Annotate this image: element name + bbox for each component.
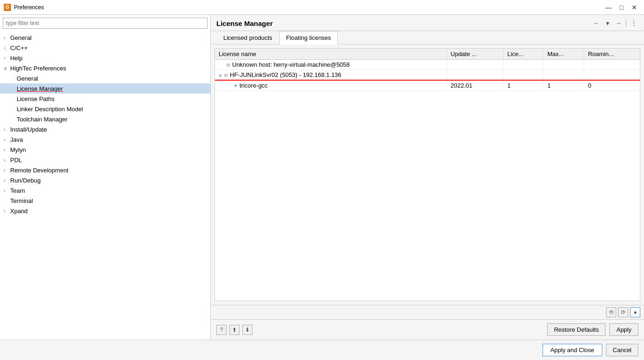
cancel-button[interactable]: Cancel	[606, 344, 638, 356]
refresh-back-button[interactable]: ⟲	[606, 307, 616, 317]
cell-name-0: ⊖Unknown host: herry-virtual-machine@505…	[215, 60, 447, 70]
table-row-2[interactable]: ✦tricore-gcc2022.01110	[215, 80, 640, 91]
nav-label-license-manager: License Manager	[17, 85, 63, 92]
back-button[interactable]: ←	[592, 19, 601, 28]
panel-title: License Manager	[216, 19, 592, 30]
nav-label-hightec: HighTec Preferences	[10, 65, 66, 72]
app-icon: G	[4, 4, 11, 11]
row-icon-0: ⊖	[226, 62, 230, 68]
nav-item-install-update[interactable]: ›Install/Update	[0, 124, 210, 134]
bottom-left-icons: ? ⬆ ⬇	[216, 325, 253, 335]
nav-label-license-paths: License Paths	[17, 95, 55, 102]
cell-max-2: 1	[543, 80, 584, 91]
nav-arrow-hightec: ∨	[4, 66, 10, 71]
close-button[interactable]: ✕	[628, 2, 640, 13]
nav-label-cpp: C/C++	[10, 44, 28, 51]
nav-item-hightec-general[interactable]: General	[0, 73, 210, 83]
table-row-1[interactable]: ∨⊖HF-JUNLinkSvr02 (5053) - 192.168.1.136	[215, 70, 640, 81]
nav-tree: ›General›C/C++›Help∨HighTec PreferencesG…	[0, 32, 210, 340]
col-header-license-name: License name	[215, 49, 447, 60]
table-row-0[interactable]: ⊖Unknown host: herry-virtual-machine@505…	[215, 60, 640, 70]
nav-item-license-paths[interactable]: License Paths	[0, 94, 210, 104]
apply-and-close-button[interactable]: Apply and Close	[543, 344, 602, 356]
left-panel: ›General›C/C++›Help∨HighTec PreferencesG…	[0, 15, 211, 340]
refresh-button[interactable]: ●	[630, 307, 640, 317]
nav-label-help: Help	[10, 55, 23, 62]
nav-item-remote-dev[interactable]: ›Remote Development	[0, 165, 210, 175]
nav-item-general[interactable]: ›General	[0, 32, 210, 43]
cell-max-0	[543, 60, 584, 70]
bottom-right-buttons: Restore Defaults Apply	[547, 323, 638, 336]
right-panel: License Manager ← ▾ → ⋮ Licensed product…	[211, 15, 644, 340]
tab-licensed-products[interactable]: Licensed products	[216, 31, 279, 44]
tabs-bar: Licensed productsFloating licenses	[211, 31, 644, 44]
col-header-roaming: Roamin...	[584, 49, 640, 60]
row-icon-2: ✦	[234, 83, 238, 88]
cell-lice-0	[504, 60, 543, 70]
nav-arrow-java: ›	[4, 137, 10, 142]
nav-item-hightec[interactable]: ∨HighTec Preferences	[0, 63, 210, 73]
nav-label-install-update: Install/Update	[10, 126, 47, 133]
tab-floating-licenses[interactable]: Floating licenses	[279, 31, 338, 44]
export-button[interactable]: ⬆	[229, 325, 240, 335]
import-button[interactable]: ⬇	[242, 325, 253, 335]
nav-item-pdl[interactable]: ›PDL	[0, 155, 210, 165]
more-button[interactable]: ⋮	[629, 19, 638, 28]
nav-item-license-manager[interactable]: License Manager	[0, 83, 210, 94]
window-title: Preferences	[14, 4, 602, 11]
nav-label-java: Java	[10, 136, 23, 143]
nav-item-toolchain-manager[interactable]: Toolchain Manager	[0, 114, 210, 124]
nav-arrow-team: ›	[4, 188, 10, 193]
nav-label-linker-desc: Linker Description Model	[17, 106, 83, 113]
help-button[interactable]: ?	[216, 325, 227, 335]
toolbar-separator	[626, 19, 626, 27]
panel-toolbar: ← ▾ → ⋮	[592, 19, 638, 31]
cell-roaming-1	[584, 70, 640, 81]
nav-item-team[interactable]: ›Team	[0, 185, 210, 196]
nav-label-toolchain-manager: Toolchain Manager	[17, 116, 68, 123]
apply-button[interactable]: Apply	[609, 323, 638, 336]
row-label-0: Unknown host: herry-virtual-machine@5058	[232, 61, 350, 68]
nav-arrow-pdl: ›	[4, 158, 10, 163]
filter-input[interactable]	[3, 18, 208, 29]
nav-item-run-debug[interactable]: ›Run/Debug	[0, 175, 210, 185]
row-label-1: HF-JUNLinkSvr02 (5053) - 192.168.1.136	[230, 71, 341, 78]
nav-arrow-general: ›	[4, 35, 10, 40]
title-bar: G Preferences — □ ✕	[0, 0, 644, 15]
row-label-2: tricore-gcc	[240, 82, 268, 89]
nav-item-java[interactable]: ›Java	[0, 134, 210, 145]
cell-roaming-2: 0	[584, 80, 640, 91]
table-footer: ⟲ ⟳ ●	[211, 305, 644, 319]
nav-label-remote-dev: Remote Development	[10, 167, 69, 174]
nav-arrow-remote-dev: ›	[4, 168, 10, 173]
cell-roaming-0	[584, 60, 640, 70]
nav-arrow-install-update: ›	[4, 127, 10, 132]
minimize-button[interactable]: —	[602, 2, 614, 13]
nav-label-xpand: Xpand	[10, 208, 28, 215]
main-content: ›General›C/C++›Help∨HighTec PreferencesG…	[0, 15, 644, 340]
nav-item-mylyn[interactable]: ›Mylyn	[0, 145, 210, 155]
nav-item-xpand[interactable]: ›Xpand	[0, 206, 210, 216]
cell-lice-2: 1	[504, 80, 543, 91]
nav-label-pdl: PDL	[10, 157, 22, 164]
col-header-max: Max...	[543, 49, 584, 60]
nav-item-terminal[interactable]: Terminal	[0, 196, 210, 206]
panel-header: License Manager ← ▾ → ⋮	[211, 15, 644, 31]
refresh-forward-button[interactable]: ⟳	[618, 307, 628, 317]
col-header-lice: Lice...	[504, 49, 543, 60]
col-header-update: Update ...	[447, 49, 504, 60]
back-dropdown-button[interactable]: ▾	[603, 19, 612, 28]
restore-defaults-button[interactable]: Restore Defaults	[547, 323, 606, 336]
nav-arrow-help: ›	[4, 56, 10, 61]
cell-update-0	[447, 60, 504, 70]
row-icon-1: ⊖	[224, 72, 228, 78]
nav-item-help[interactable]: ›Help	[0, 53, 210, 63]
expand-icon-1: ∨	[219, 73, 222, 78]
nav-item-cpp[interactable]: ›C/C++	[0, 43, 210, 53]
maximize-button[interactable]: □	[615, 2, 627, 13]
nav-label-hightec-general: General	[17, 75, 38, 82]
forward-button[interactable]: →	[614, 19, 623, 28]
table-area: License nameUpdate ...Lice...Max...Roami…	[215, 48, 640, 301]
nav-item-linker-desc[interactable]: Linker Description Model	[0, 104, 210, 114]
cell-max-1	[543, 70, 584, 81]
